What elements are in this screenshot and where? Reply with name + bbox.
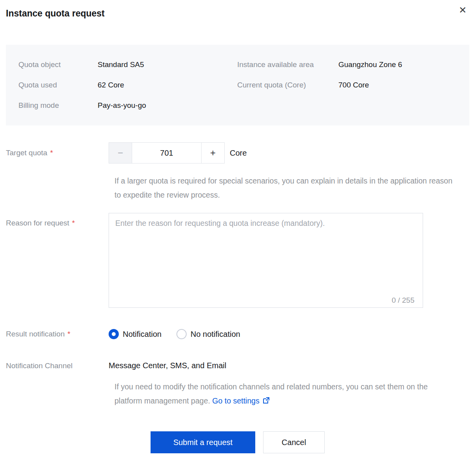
- close-icon[interactable]: ✕: [459, 5, 467, 16]
- reason-row: Reason for request* 0 / 255: [6, 213, 469, 309]
- external-link-icon[interactable]: [262, 394, 270, 409]
- note-text: If you need to modify the notification c…: [114, 382, 428, 405]
- cancel-button[interactable]: Cancel: [263, 431, 325, 453]
- radio-label: No notification: [191, 330, 240, 339]
- dialog-title: Instance quota request: [6, 5, 469, 21]
- target-quota-row: Target quota* − + Core: [6, 142, 469, 164]
- notification-channel-value: Message Center, SMS, and Email: [109, 361, 226, 370]
- core-unit-label: Core: [230, 149, 247, 158]
- notification-channel-note: If you need to modify the notification c…: [114, 380, 454, 409]
- notification-channel-label: Notification Channel: [6, 362, 109, 370]
- summary-empty-cell: [237, 100, 338, 111]
- plus-icon: +: [210, 147, 216, 158]
- result-notification-label: Result notification*: [6, 330, 109, 338]
- reason-textarea-wrapper: 0 / 255: [109, 213, 423, 309]
- result-notification-radio-group: Notification No notification: [109, 329, 240, 339]
- radio-option-no-notification[interactable]: No notification: [176, 329, 240, 339]
- instance-quota-request-dialog: Instance quota request ✕ Quota object St…: [0, 0, 476, 458]
- instance-available-area-value: Guangzhou Zone 6: [338, 60, 461, 70]
- dialog-footer: Submit a request Cancel: [6, 431, 469, 453]
- stepper-minus-button[interactable]: −: [109, 142, 132, 164]
- result-notification-row: Result notification* Notification No not…: [6, 329, 469, 339]
- quota-used-value: 62 Core: [98, 80, 237, 90]
- quota-used-label: Quota used: [18, 80, 98, 90]
- current-quota-value: 700 Core: [338, 80, 461, 90]
- current-quota-label: Current quota (Core): [237, 80, 338, 90]
- summary-empty-cell: [338, 100, 461, 111]
- instance-available-area-label: Instance available area: [237, 60, 338, 70]
- required-asterisk: *: [72, 219, 75, 227]
- target-quota-help-text: If a larger quota is required for specia…: [114, 174, 454, 202]
- go-to-settings-link[interactable]: Go to settings: [212, 396, 259, 405]
- character-counter: 0 / 255: [392, 296, 414, 305]
- billing-mode-value: Pay-as-you-go: [98, 100, 237, 111]
- reason-textarea[interactable]: [109, 213, 423, 308]
- minus-icon: −: [118, 147, 123, 158]
- radio-option-notification[interactable]: Notification: [109, 329, 162, 339]
- notification-channel-row: Notification Channel Message Center, SMS…: [6, 361, 469, 370]
- required-asterisk: *: [50, 149, 53, 157]
- quota-object-label: Quota object: [18, 60, 98, 70]
- radio-selected-icon: [109, 329, 119, 339]
- submit-request-button[interactable]: Submit a request: [151, 431, 255, 453]
- target-quota-label: Target quota*: [6, 149, 109, 157]
- target-quota-input[interactable]: [132, 142, 202, 164]
- radio-unselected-icon: [176, 329, 187, 339]
- radio-label: Notification: [123, 330, 162, 339]
- quantity-stepper: − +: [109, 142, 225, 164]
- billing-mode-label: Billing mode: [18, 100, 98, 111]
- reason-label: Reason for request*: [6, 213, 109, 227]
- stepper-plus-button[interactable]: +: [201, 142, 225, 164]
- quota-object-value: Standard SA5: [98, 60, 237, 70]
- quota-summary-panel: Quota object Standard SA5 Instance avail…: [6, 45, 469, 125]
- required-asterisk: *: [67, 330, 70, 338]
